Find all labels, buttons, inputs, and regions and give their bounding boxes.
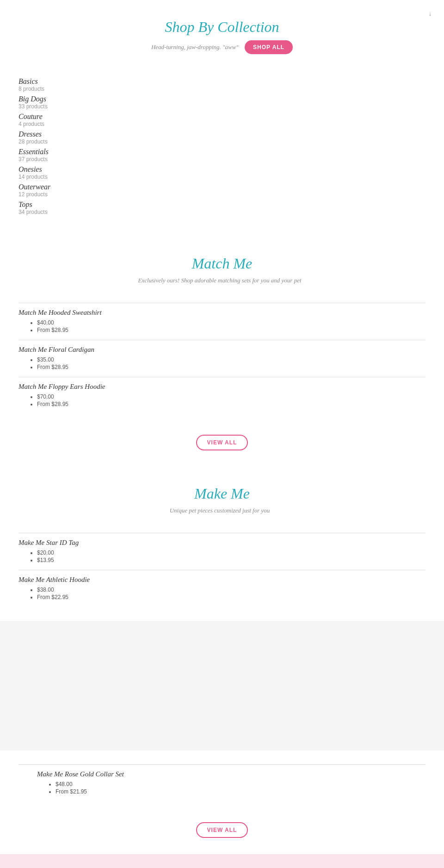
collection-name: Onesies (18, 165, 426, 174)
collection-item[interactable]: Essentials 37 products (18, 148, 426, 162)
shop-by-collection-section: Shop By Collection Head-turning, jaw-dro… (0, 0, 444, 73)
product-prices: $35.00From $28.95 (18, 356, 426, 370)
collection-subtitle-row: Head-turning, jaw-dropping. "aww" SHOP A… (9, 40, 435, 54)
collection-name: Couture (18, 112, 426, 121)
make-me-subtitle: Unique pet pieces customized just for yo… (9, 507, 430, 514)
product-price: From $21.95 (56, 788, 407, 795)
collection-count: 4 products (18, 121, 426, 127)
make-me-list: Make Me Star ID Tag $20.00$13.95 Make Me… (0, 528, 444, 612)
collection-count: 28 products (18, 138, 426, 145)
match-me-view-all-button[interactable]: VIEW ALL (196, 435, 248, 450)
match-me-view-all-container: VIEW ALL (0, 418, 444, 467)
product-price: $20.00 (37, 550, 426, 556)
make-me-title: Make Me (9, 485, 435, 502)
make-me-product-item[interactable]: Make Me Athletic Hoodie $38.00From $22.9… (18, 570, 426, 607)
collection-count: 37 products (18, 156, 426, 162)
collection-item[interactable]: Couture 4 products (18, 112, 426, 127)
collection-item[interactable]: Basics 8 products (18, 77, 426, 92)
match-me-title: Match Me (9, 255, 435, 272)
collection-name: Big Dogs (18, 95, 426, 103)
collection-count: 34 products (18, 209, 426, 215)
product-price: From $28.95 (37, 401, 426, 407)
product-prices: $48.00From $21.95 (37, 781, 407, 795)
product-name: Make Me Rose Gold Collar Set (37, 770, 407, 778)
shop-by-collection-title: Shop By Collection (9, 19, 435, 36)
collection-count: 33 products (18, 103, 426, 110)
collection-count: 8 products (18, 86, 426, 92)
product-name: Match Me Floral Cardigan (18, 346, 426, 354)
collection-item[interactable]: Big Dogs 33 products (18, 95, 426, 110)
product-name: Match Me Hooded Sweatshirt (18, 309, 426, 317)
collection-item[interactable]: Onesies 14 products (18, 165, 426, 180)
product-price: $48.00 (56, 781, 407, 787)
collection-name: Tops (18, 200, 426, 209)
collection-name: Dresses (18, 130, 426, 138)
product-price: $40.00 (37, 319, 426, 326)
product-prices: $20.00$13.95 (18, 550, 426, 563)
collection-name: Basics (18, 77, 426, 86)
collection-item[interactable]: Dresses 28 products (18, 130, 426, 145)
make-me-image (0, 621, 444, 750)
product-name: Match Me Floppy Ears Hoodie (18, 383, 426, 391)
product-name: Make Me Star ID Tag (18, 539, 426, 547)
shop-all-button[interactable]: SHOP ALL (245, 40, 293, 54)
collection-item[interactable]: Tops 34 products (18, 200, 426, 215)
product-price: $70.00 (37, 393, 426, 400)
match-me-section: Match Me Exclusively ours! Shop adorable… (0, 237, 444, 298)
make-me-view-all-container: VIEW ALL (0, 806, 444, 854)
product-prices: $40.00From $28.95 (18, 319, 426, 333)
collection-name: Outerwear (18, 183, 426, 191)
collection-list: Basics 8 products Big Dogs 33 products C… (0, 73, 444, 237)
collection-name: Essentials (18, 148, 426, 156)
product-prices: $70.00From $28.95 (18, 393, 426, 407)
match-me-list: Match Me Hooded Sweatshirt $40.00From $2… (0, 298, 444, 418)
collection-item[interactable]: Outerwear 12 products (18, 183, 426, 198)
match-me-product-item[interactable]: Match Me Hooded Sweatshirt $40.00From $2… (18, 303, 426, 340)
shop-by-product-type-section: Shop By Product Type Accessories 18 prod… (0, 854, 444, 868)
product-price: $38.00 (37, 587, 426, 593)
make-me-product-item[interactable]: Make Me Rose Gold Collar Set $48.00From … (18, 764, 426, 801)
make-me-list-2: Make Me Rose Gold Collar Set $48.00From … (0, 760, 444, 806)
make-me-product-item[interactable]: Make Me Star ID Tag $20.00$13.95 (18, 533, 426, 570)
match-me-product-item[interactable]: Match Me Floppy Ears Hoodie $70.00From $… (18, 377, 426, 414)
product-name: Make Me Athletic Hoodie (18, 576, 426, 584)
product-price: $13.95 (37, 557, 426, 563)
product-price: $35.00 (37, 356, 426, 363)
match-me-subtitle: Exclusively ours! Shop adorable matching… (9, 277, 430, 284)
product-prices: $38.00From $22.95 (18, 587, 426, 600)
collection-count: 14 products (18, 174, 426, 180)
make-me-section: Make Me Unique pet pieces customized jus… (0, 467, 444, 528)
collection-subtitle: Head-turning, jaw-dropping. "aww" (151, 44, 239, 50)
product-price: From $28.95 (37, 364, 426, 370)
product-price: From $22.95 (37, 594, 426, 600)
collection-count: 12 products (18, 191, 426, 198)
product-price: From $28.95 (37, 327, 426, 333)
make-me-view-all-button[interactable]: VIEW ALL (196, 822, 248, 838)
match-me-product-item[interactable]: Match Me Floral Cardigan $35.00From $28.… (18, 340, 426, 377)
